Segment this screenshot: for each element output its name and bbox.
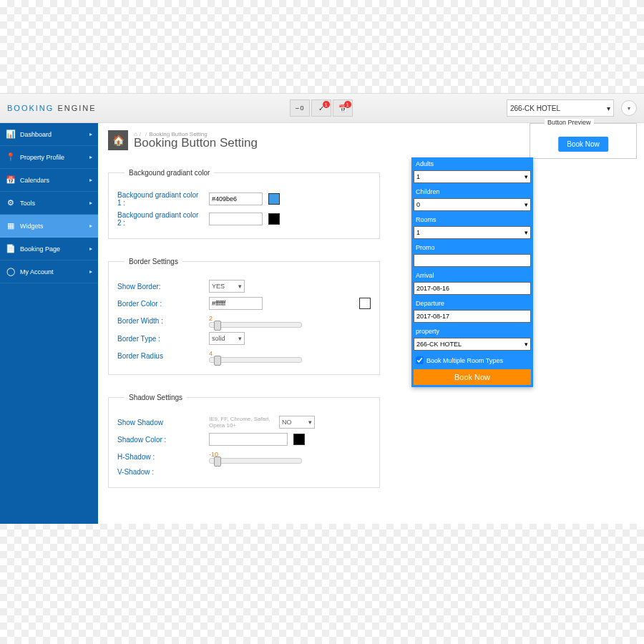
multi-room-checkbox[interactable] <box>416 356 424 364</box>
sidebar-icon: 📍 <box>6 152 16 162</box>
booking-widget: Adults 1▾ Children 0▾ Rooms 1▾ Promo Arr… <box>411 157 533 387</box>
sidebar-item-tools[interactable]: ⚙Tools▸ <box>0 192 98 215</box>
gradient-color1-swatch[interactable] <box>268 193 280 205</box>
button-preview-panel: Button Preview Book Now <box>530 123 637 159</box>
sidebar-item-widgets[interactable]: ▦Widgets▸ <box>0 215 98 238</box>
gradient-section: Backgound gradiant color Backgound gradi… <box>108 169 380 239</box>
sidebar-item-property-profile[interactable]: 📍Property Profile▸ <box>0 146 98 169</box>
minimize-btn[interactable]: −0 <box>290 99 310 117</box>
expand-btn[interactable]: ▾ <box>621 100 637 116</box>
border-color-swatch[interactable] <box>359 298 371 309</box>
preview-book-now-button[interactable]: Book Now <box>558 137 608 152</box>
chevron-right-icon: ▸ <box>89 268 92 275</box>
shadow-section: Shadow Settings Show ShadowIE9, FF, Chro… <box>108 394 380 488</box>
shadow-color-input[interactable] <box>209 433 288 446</box>
arrival-input[interactable]: 2017-08-16 <box>414 282 531 295</box>
page-title: Booking Button Setting <box>134 136 258 150</box>
sidebar-item-dashboard[interactable]: 📊Dashboard▸ <box>0 123 98 146</box>
shadow-color-swatch[interactable] <box>293 434 305 445</box>
h-shadow-slider[interactable] <box>209 458 302 464</box>
chevron-right-icon: ▸ <box>89 131 92 137</box>
check-btn[interactable]: ✓1 <box>311 99 331 117</box>
rooms-select[interactable]: 1▾ <box>414 226 531 239</box>
border-radius-slider[interactable] <box>209 357 302 363</box>
chevron-right-icon: ▸ <box>89 177 92 183</box>
children-select[interactable]: 0▾ <box>414 198 531 211</box>
chevron-down-icon: ▾ <box>607 104 610 112</box>
gradient-color2-input[interactable] <box>209 213 263 225</box>
adults-select[interactable]: 1▾ <box>414 170 531 183</box>
gradient-color1-input[interactable] <box>209 192 263 205</box>
chevron-right-icon: ▸ <box>89 154 92 160</box>
chevron-right-icon: ▸ <box>89 223 92 229</box>
sidebar-icon: ◯ <box>6 267 16 276</box>
sidebar-icon: 📄 <box>6 244 16 253</box>
brand-logo: BOOKING ENGINE <box>7 104 97 112</box>
content: 🏠 ⌂//Booking Button Setting Booking Butt… <box>98 123 644 524</box>
sidebar-item-my-account[interactable]: ◯My Account▸ <box>0 260 98 283</box>
departure-input[interactable]: 2017-08-17 <box>414 310 531 323</box>
sidebar-icon: ▦ <box>6 221 16 230</box>
calendar-btn[interactable]: 📅1 <box>333 99 353 117</box>
topbar-notifications: −0 ✓1 📅1 <box>290 99 353 117</box>
border-width-slider[interactable] <box>209 322 302 328</box>
border-color-input[interactable] <box>209 297 263 310</box>
property-select[interactable]: 266-CK HOTEL▾ <box>507 99 614 117</box>
sidebar-item-calendars[interactable]: 📅Calendars▸ <box>0 169 98 192</box>
show-border-select[interactable]: YES▾ <box>209 280 245 293</box>
border-type-select[interactable]: solid▾ <box>209 332 245 345</box>
chevron-down-icon: ▾ <box>628 105 630 112</box>
chevron-right-icon: ▸ <box>89 200 92 206</box>
home-icon[interactable]: 🏠 <box>108 130 128 150</box>
widget-property-select[interactable]: 266-CK HOTEL▾ <box>414 338 531 351</box>
show-shadow-select[interactable]: NO▾ <box>279 416 315 429</box>
sidebar-icon: 📅 <box>6 175 16 185</box>
border-section: Border Settings Show Border:YES▾ Border … <box>108 258 380 375</box>
chevron-right-icon: ▸ <box>89 245 92 252</box>
sidebar: 📊Dashboard▸📍Property Profile▸📅Calendars▸… <box>0 123 98 524</box>
promo-input[interactable] <box>414 254 531 267</box>
sidebar-icon: ⚙ <box>6 198 16 208</box>
sidebar-item-booking-page[interactable]: 📄Booking Page▸ <box>0 238 98 260</box>
sidebar-icon: 📊 <box>6 130 16 139</box>
gradient-color2-swatch[interactable] <box>268 213 280 225</box>
widget-book-now-button[interactable]: Book Now <box>414 369 531 385</box>
